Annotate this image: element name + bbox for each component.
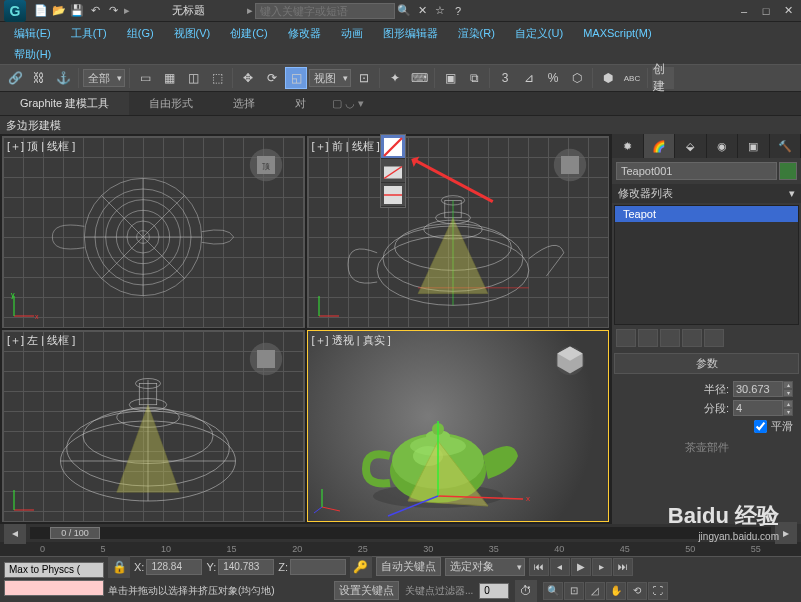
coord-y-input[interactable] <box>218 559 274 575</box>
key-filter-dropdown[interactable]: 选定对象 <box>445 558 525 576</box>
anglesnap-icon[interactable]: ⊿ <box>518 67 540 89</box>
app-logo[interactable]: G <box>4 0 26 22</box>
menu-customize[interactable]: 自定义(U) <box>505 24 573 43</box>
time-ruler[interactable]: 0510152025303540455055 <box>0 542 801 556</box>
scale-squash-icon[interactable] <box>381 183 405 207</box>
modifier-list-dropdown-icon[interactable]: ▾ <box>789 187 795 200</box>
ref-coord-dropdown[interactable]: 视图 <box>309 69 351 87</box>
radius-input[interactable] <box>733 381 783 397</box>
current-frame-input[interactable] <box>479 583 509 599</box>
rotate-icon[interactable]: ⟳ <box>261 67 283 89</box>
maxscript-output[interactable] <box>4 580 104 596</box>
show-end-icon[interactable] <box>638 329 658 347</box>
object-name-input[interactable] <box>616 162 777 180</box>
segs-spin-down-icon[interactable]: ▾ <box>783 408 793 416</box>
keyboard-icon[interactable]: ⌨ <box>408 67 430 89</box>
editnamed-icon[interactable]: ⬢ <box>597 67 619 89</box>
ribbon-expand-icon[interactable]: ▢ ◡ ▾ <box>326 95 370 112</box>
goto-end-icon[interactable]: ⏭ <box>613 558 633 576</box>
key-icon[interactable]: 🔑 <box>350 556 372 578</box>
link-icon[interactable]: 🔗 <box>4 67 26 89</box>
menu-maxscript[interactable]: MAXScript(M) <box>573 25 661 41</box>
object-color-swatch[interactable] <box>779 162 797 180</box>
recent-chevron-icon[interactable]: ▸ <box>247 4 253 17</box>
connect-icon[interactable]: ✕ <box>413 2 431 20</box>
save-icon[interactable]: 💾 <box>68 2 86 20</box>
menu-animation[interactable]: 动画 <box>331 24 373 43</box>
next-frame-icon[interactable]: ▸ <box>592 558 612 576</box>
ribbon-tab-object[interactable]: 对 <box>275 92 326 115</box>
prev-frame-icon[interactable]: ◂ <box>550 558 570 576</box>
qat-chevron-icon[interactable]: ▸ <box>124 4 130 17</box>
nav-orbit-icon[interactable]: ⟲ <box>627 582 647 600</box>
create-sel-icon[interactable]: 创建 <box>652 67 674 89</box>
stack-item-teapot[interactable]: Teapot <box>615 206 798 222</box>
cmdtab-motion-icon[interactable]: ◉ <box>707 134 739 158</box>
remove-mod-icon[interactable] <box>682 329 702 347</box>
menu-edit[interactable]: 编辑(E) <box>4 24 61 43</box>
new-icon[interactable]: 📄 <box>32 2 50 20</box>
menu-rendering[interactable]: 渲染(R) <box>448 24 505 43</box>
segments-input[interactable] <box>733 400 783 416</box>
timeslider-prev-icon[interactable]: ◂ <box>4 522 26 544</box>
viewport-left[interactable]: [＋] 左 | 线框 ] <box>2 330 305 522</box>
select-icon[interactable]: ▭ <box>134 67 156 89</box>
radius-spin-up-icon[interactable]: ▴ <box>783 381 793 389</box>
modifier-stack[interactable]: Teapot <box>614 205 799 325</box>
move-icon[interactable]: ✥ <box>237 67 259 89</box>
maxscript-listener-input[interactable] <box>4 562 104 578</box>
menu-help[interactable]: 帮助(H) <box>4 45 61 64</box>
key-filters-link[interactable]: 关键点过滤器... <box>405 584 473 598</box>
nav-pan-icon[interactable]: ✋ <box>606 582 626 600</box>
search-input[interactable] <box>255 3 395 19</box>
viewport-perspective[interactable]: [＋] 透视 | 真实 ] x <box>307 330 610 522</box>
pivot-icon[interactable]: ⊡ <box>353 67 375 89</box>
menu-modifiers[interactable]: 修改器 <box>278 24 331 43</box>
menu-tools[interactable]: 工具(T) <box>61 24 117 43</box>
cmdtab-modify-icon[interactable]: 🌈 <box>644 134 676 158</box>
abc-icon[interactable]: ABC <box>621 67 643 89</box>
pin-stack-icon[interactable] <box>616 329 636 347</box>
open-icon[interactable]: 📂 <box>50 2 68 20</box>
teapot-object[interactable]: x <box>358 401 538 521</box>
close-icon[interactable]: ✕ <box>779 2 797 20</box>
help-icon[interactable]: ? <box>449 2 467 20</box>
make-unique-icon[interactable] <box>660 329 680 347</box>
menu-create[interactable]: 创建(C) <box>220 24 277 43</box>
menu-grapheditors[interactable]: 图形编辑器 <box>373 24 448 43</box>
star-icon[interactable]: ☆ <box>431 2 449 20</box>
ribbon-tab-selection[interactable]: 选择 <box>213 92 275 115</box>
rollout-params-header[interactable]: 参数 <box>614 353 799 374</box>
nav-zoom-icon[interactable]: 🔍 <box>543 582 563 600</box>
nav-maximize-icon[interactable]: ⛶ <box>648 582 668 600</box>
ribbon-tab-freeform[interactable]: 自由形式 <box>129 92 213 115</box>
menu-group[interactable]: 组(G) <box>117 24 164 43</box>
autokey-button[interactable]: 自动关键点 <box>376 557 441 576</box>
viewcube-top[interactable]: 顶 <box>248 147 284 183</box>
scale-nonuniform-icon[interactable] <box>381 159 405 183</box>
binoculars-icon[interactable]: 🔍 <box>395 2 413 20</box>
time-config-icon[interactable]: ⏱ <box>515 580 537 602</box>
named-sel-icon[interactable]: ▣ <box>439 67 461 89</box>
mirror-icon[interactable]: ⧉ <box>463 67 485 89</box>
viewcube-persp[interactable] <box>552 341 588 377</box>
snap3-icon[interactable]: 3 <box>494 67 516 89</box>
bind-icon[interactable]: ⚓ <box>52 67 74 89</box>
goto-start-icon[interactable]: ⏮ <box>529 558 549 576</box>
smooth-checkbox[interactable] <box>754 420 767 433</box>
viewport-front[interactable]: [＋] 前 | 线框 ] <box>307 136 610 328</box>
play-icon[interactable]: ▶ <box>571 558 591 576</box>
configure-sets-icon[interactable] <box>704 329 724 347</box>
selection-filter-dropdown[interactable]: 全部 <box>83 69 125 87</box>
cmdtab-hierarchy-icon[interactable]: ⬙ <box>675 134 707 158</box>
percentsnap-icon[interactable]: % <box>542 67 564 89</box>
lock-selection-icon[interactable]: 🔒 <box>108 556 130 578</box>
viewport-top[interactable]: [＋] 顶 | 线框 ] 顶 xy <box>2 136 305 328</box>
viewcube-front[interactable] <box>552 147 588 183</box>
nav-zoomall-icon[interactable]: ⊡ <box>564 582 584 600</box>
maximize-icon[interactable]: □ <box>757 2 775 20</box>
cmdtab-create-icon[interactable]: ✹ <box>612 134 644 158</box>
ribbon-tab-graphite[interactable]: Graphite 建模工具 <box>0 92 129 115</box>
select-manip-icon[interactable]: ✦ <box>384 67 406 89</box>
nav-fov-icon[interactable]: ◿ <box>585 582 605 600</box>
